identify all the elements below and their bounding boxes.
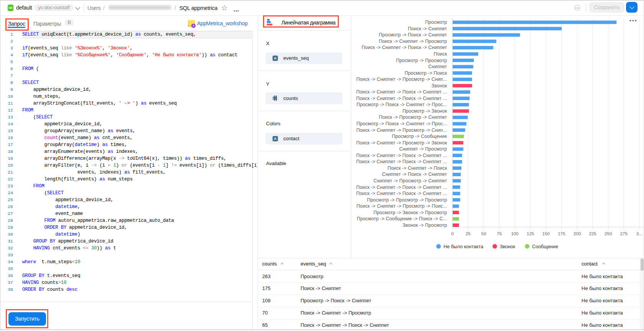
svg-text:175: 175	[558, 231, 565, 236]
svg-text:Просмотр -> Сообщение: Просмотр -> Сообщение	[392, 134, 447, 139]
svg-text:Звонок: Звонок	[500, 244, 516, 249]
svg-text:Поиск -> Сниппет -> Поиск -> С: Поиск -> Сниппет -> Поиск -> Сниппет ...	[356, 153, 447, 158]
svg-text:Поиск -> Сниппет: Поиск -> Сниппет	[408, 26, 447, 31]
svg-text:Просмотр: Просмотр	[425, 20, 447, 25]
svg-text:Поиск -> Сниппет -> Поиск -> С: Поиск -> Сниппет -> Поиск -> Сниппет ...	[356, 96, 447, 101]
svg-text:75: 75	[497, 231, 502, 236]
svg-text:Сообщение: Сообщение	[532, 244, 558, 249]
svg-text:Поиск -> Сниппет -> Поиск: Поиск -> Сниппет -> Поиск	[388, 166, 447, 171]
svg-text:Поиск -> Сниппет -> Просмотр -: Поиск -> Сниппет -> Просмотр -> Звонок	[356, 140, 447, 146]
svg-text:Просмотр -> Звонок -> Просмотр: Просмотр -> Звонок -> Просмотр	[373, 210, 447, 215]
svg-text:275: 275	[620, 231, 628, 236]
svg-text:Сниппет -> Просмотр -> Сниппет: Сниппет -> Просмотр -> Сниппет	[373, 178, 447, 184]
svg-text:Просмотр -> Просмотр -> Просмо: Просмотр -> Просмотр -> Просмотр	[367, 197, 447, 203]
svg-text:125: 125	[527, 231, 534, 236]
svg-text:100: 100	[511, 231, 518, 236]
svg-text:3...: 3...	[636, 231, 642, 236]
svg-text:0: 0	[451, 231, 453, 236]
svg-text:Поиск -> Сниппет -> Просмотр -: Поиск -> Сниппет -> Просмотр -> Снип...	[356, 128, 447, 133]
svg-text:Просмотр -> Поиск: Просмотр -> Поиск	[405, 70, 447, 76]
svg-text:Просмотр -> Сообщение -> Поиск: Просмотр -> Сообщение -> Поиск -> С...	[357, 216, 447, 221]
svg-text:Поиск -> Сниппет -> Просмотр -: Поиск -> Сниппет -> Просмотр -> Поис...	[356, 203, 447, 209]
svg-text:Поиск -> Сниппет -> Поиск -> С: Поиск -> Сниппет -> Поиск -> Сниппет ...	[356, 89, 447, 95]
svg-text:Сниппет: Сниппет	[428, 64, 447, 69]
svg-text:Поиск: Поиск	[434, 51, 447, 57]
svg-text:Поиск -> Сниппет -> Просмотр -: Поиск -> Сниппет -> Просмотр -> Снип...	[356, 77, 447, 82]
svg-text:200: 200	[573, 231, 581, 236]
svg-text:Просмотр -> Поиск -> Сниппет -: Просмотр -> Поиск -> Сниппет -> Прос...	[356, 102, 447, 107]
svg-text:Поиск -> Сниппет -> Просмотр: Поиск -> Сниппет -> Просмотр	[379, 39, 447, 44]
svg-text:Просмотр -> Поиск -> Сниппет: Просмотр -> Поиск -> Сниппет	[379, 32, 447, 38]
svg-text:Не было контакта: Не было контакта	[444, 244, 483, 249]
svg-text:Просмотр -> Поиск -> Сниппет -: Просмотр -> Поиск -> Сниппет -> Прос...	[356, 121, 447, 126]
svg-text:Звонок -> Просмотр: Звонок -> Просмотр	[402, 223, 447, 228]
svg-text:Сниппет -> Поиск -> Сниппет: Сниппет -> Поиск -> Сниппет	[382, 172, 447, 177]
svg-text:25: 25	[466, 231, 471, 236]
svg-text:50: 50	[481, 231, 486, 236]
svg-text:Поиск -> Просмотр -> Сниппет: Поиск -> Просмотр -> Сниппет	[379, 115, 447, 120]
svg-text:150: 150	[542, 231, 550, 236]
svg-text:Поиск -> Сниппет -> Поиск -> С: Поиск -> Сниппет -> Поиск -> Сниппет	[361, 45, 447, 50]
svg-text:Поиск -> Сниппет -> Поиск -> С: Поиск -> Сниппет -> Поиск -> Сниппет ...	[356, 191, 447, 196]
svg-text:Просмотр -> Звонок: Просмотр -> Звонок	[402, 108, 447, 114]
svg-text:Поиск -> Сниппет -> Поиск -> С: Поиск -> Сниппет -> Поиск -> Сниппет ...	[356, 159, 447, 164]
svg-text:Поиск -> Сниппет -> Поиск -> С: Поиск -> Сниппет -> Поиск -> Сниппет ...	[356, 185, 447, 190]
svg-text:Просмотр -> Просмотр: Просмотр -> Просмотр	[396, 58, 447, 63]
svg-text:225: 225	[589, 231, 596, 236]
svg-text:250: 250	[605, 231, 612, 236]
svg-text:Сниппет -> Просмотр: Сниппет -> Просмотр	[399, 146, 447, 152]
svg-text:Звонок: Звонок	[432, 83, 447, 88]
